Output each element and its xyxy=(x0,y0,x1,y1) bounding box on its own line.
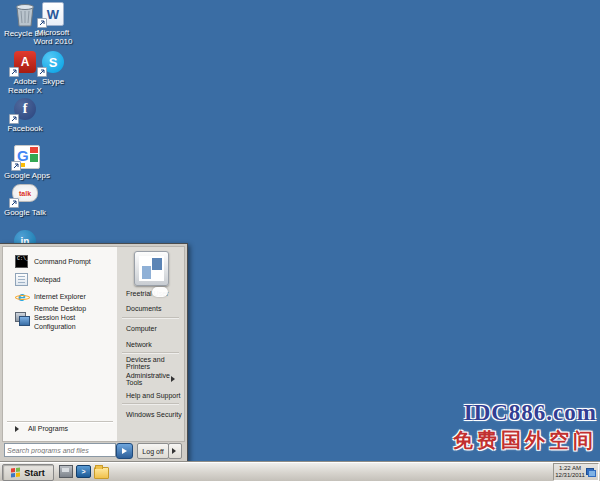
desktop-icon-label: Google Apps xyxy=(2,171,52,180)
all-programs-item[interactable]: All Programs xyxy=(3,425,117,432)
desktop-icon-label: Skype xyxy=(28,77,78,86)
log-off-button[interactable]: Log off xyxy=(137,443,169,459)
start-menu-left-panel: C:\_ Command Prompt Notepad e Internet E… xyxy=(2,246,118,442)
desktop-icon-label: Microsoft Word 2010 xyxy=(28,28,78,46)
internet-explorer-icon: e xyxy=(15,290,28,303)
taskbar: Start > 1:22 AM 12/31/2011 xyxy=(0,461,600,481)
expand-arrow-icon xyxy=(15,426,22,432)
clock-date: 12/31/2011 xyxy=(554,472,586,479)
menu-item-internet-explorer[interactable]: e Internet Explorer xyxy=(3,289,117,304)
watermark-line1: IDC886.com xyxy=(453,401,597,424)
user-picture[interactable] xyxy=(134,251,169,286)
menu-item-administrative-tools[interactable]: Administrative Tools xyxy=(117,373,184,385)
clock-time: 1:22 AM xyxy=(554,465,586,472)
menu-item-computer[interactable]: Computer xyxy=(117,322,184,334)
desktop-icon-label: Facebook xyxy=(0,124,50,133)
folder-icon xyxy=(94,467,109,479)
shortcut-arrow-icon xyxy=(37,18,47,28)
menu-item-network[interactable]: Network xyxy=(117,338,184,350)
shortcut-arrow-icon xyxy=(37,67,47,77)
shortcut-arrow-icon xyxy=(9,67,19,77)
server-manager-icon xyxy=(59,465,73,478)
search-go-button[interactable] xyxy=(116,443,133,459)
network-icon[interactable] xyxy=(586,468,596,477)
windows-flag-icon xyxy=(11,467,21,478)
desktop-icon-skype[interactable]: S Skype xyxy=(28,51,78,86)
search-input[interactable] xyxy=(4,443,116,457)
taskbar-clock[interactable]: 1:22 AM 12/31/2011 xyxy=(554,465,586,479)
start-button[interactable]: Start xyxy=(2,464,54,481)
menu-item-windows-security[interactable]: Windows Security xyxy=(117,408,184,420)
menu-separator xyxy=(7,421,113,422)
desktop-icon-word[interactable]: W Microsoft Word 2010 xyxy=(28,2,78,46)
user-name: Freetrial User xyxy=(117,287,184,299)
remote-desktop-icon xyxy=(15,311,28,324)
quicklaunch-powershell[interactable]: > xyxy=(76,464,91,479)
go-arrow-icon xyxy=(122,448,130,454)
log-off-options-button[interactable] xyxy=(168,443,182,459)
menu-item-command-prompt[interactable]: C:\_ Command Prompt xyxy=(3,254,117,269)
command-prompt-icon: C:\_ xyxy=(15,255,28,268)
start-menu-right-panel: Freetrial User Documents Computer Networ… xyxy=(117,246,185,442)
powershell-icon: > xyxy=(76,465,91,478)
watermark-line2: 免费国外空间 xyxy=(453,430,597,450)
dropdown-arrow-icon xyxy=(172,448,179,454)
quicklaunch-server-manager[interactable] xyxy=(58,464,73,479)
submenu-arrow-icon xyxy=(171,376,178,382)
desktop-icon-google-talk[interactable]: talk Google Talk xyxy=(0,184,50,217)
shortcut-arrow-icon xyxy=(9,114,19,124)
start-menu: C:\_ Command Prompt Notepad e Internet E… xyxy=(0,243,188,462)
desktop-icon-label: Google Talk xyxy=(0,208,50,217)
menu-separator xyxy=(122,403,179,404)
mouse-cursor xyxy=(152,287,168,297)
shortcut-arrow-icon xyxy=(11,161,21,171)
desktop-icon-facebook[interactable]: f Facebook xyxy=(0,98,50,133)
menu-item-devices-and-printers[interactable]: Devices and Printers xyxy=(117,357,184,369)
watermark: IDC886.com 免费国外空间 xyxy=(453,401,597,450)
quicklaunch-windows-explorer[interactable] xyxy=(94,464,109,479)
notepad-icon xyxy=(15,273,28,286)
desktop-icon-google-apps[interactable]: G Google Apps xyxy=(2,145,52,180)
shortcut-arrow-icon xyxy=(9,198,19,208)
menu-item-documents[interactable]: Documents xyxy=(117,302,184,314)
menu-item-notepad[interactable]: Notepad xyxy=(3,272,117,287)
menu-item-help-and-support[interactable]: Help and Support xyxy=(117,389,184,401)
menu-item-remote-desktop-session-host-configuration[interactable]: Remote Desktop Session Host Configuratio… xyxy=(3,306,117,328)
menu-separator xyxy=(122,317,179,318)
menu-separator xyxy=(122,352,179,353)
start-menu-bottom-row: Log off xyxy=(0,442,187,458)
desktop: Recycle Bin W Microsoft Word 2010 A Adob… xyxy=(0,0,600,481)
system-tray[interactable]: 1:22 AM 12/31/2011 xyxy=(553,463,599,481)
